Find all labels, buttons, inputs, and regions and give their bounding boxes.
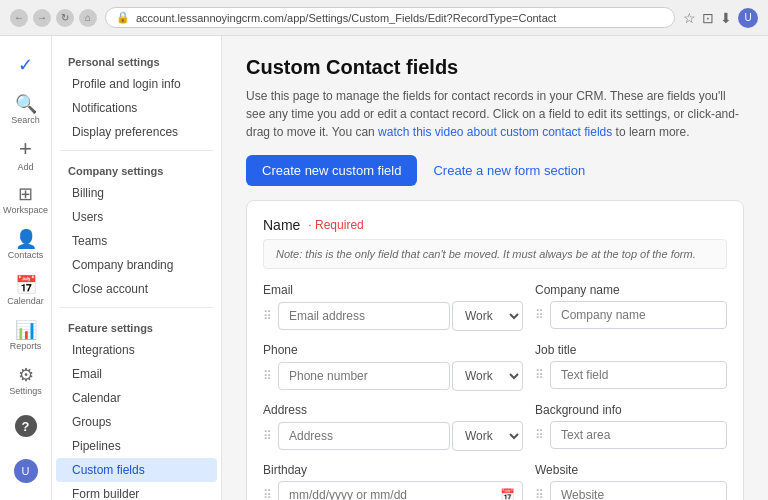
email-label: Email (263, 283, 523, 297)
create-form-section-link[interactable]: Create a new form section (433, 163, 585, 178)
email-input-row: ⠿ Work Home (263, 301, 523, 331)
divider-1 (60, 150, 213, 151)
email-drag-handle[interactable]: ⠿ (263, 309, 272, 323)
background-input-row: ⠿ (535, 421, 727, 449)
nav-item-help[interactable]: ? (4, 406, 48, 447)
icon-nav: ✓ 🔍 Search + Add ⊞ Workspace 👤 Contacts … (0, 36, 52, 500)
search-icon: 🔍 (15, 95, 37, 113)
app-container: ✓ 🔍 Search + Add ⊞ Workspace 👤 Contacts … (0, 36, 768, 500)
phone-drag-handle[interactable]: ⠿ (263, 369, 272, 383)
address-drag-handle[interactable]: ⠿ (263, 429, 272, 443)
home-button[interactable]: ⌂ (79, 9, 97, 27)
nav-label-search: Search (11, 115, 40, 125)
nav-item-checkmark[interactable]: ✓ (4, 44, 48, 85)
sidebar: Personal settings Profile and login info… (52, 36, 222, 500)
sidebar-item-users[interactable]: Users (56, 205, 217, 229)
back-button[interactable]: ← (10, 9, 28, 27)
download-icon[interactable]: ⬇ (720, 10, 732, 26)
website-drag-handle[interactable]: ⠿ (535, 488, 544, 500)
name-required: · Required (308, 218, 363, 232)
create-field-button[interactable]: Create new custom field (246, 155, 417, 186)
website-label: Website (535, 463, 727, 477)
url-text: account.lessannoyingcrm.com/app/Settings… (136, 12, 664, 24)
sidebar-section-feature: Feature settings (52, 314, 221, 338)
nav-label-calendar: Calendar (7, 296, 44, 306)
website-input-row: ⠿ (535, 481, 727, 500)
extension-icon[interactable]: ⊡ (702, 10, 714, 26)
sidebar-item-branding[interactable]: Company branding (56, 253, 217, 277)
phone-input[interactable] (278, 362, 450, 390)
calendar-icon: 📅 (15, 276, 37, 294)
sidebar-item-groups[interactable]: Groups (56, 410, 217, 434)
video-link[interactable]: watch this video about custom contact fi… (378, 125, 612, 139)
background-label: Background info (535, 403, 727, 417)
background-drag-handle[interactable]: ⠿ (535, 428, 544, 442)
browser-bar: ← → ↻ ⌂ 🔒 account.lessannoyingcrm.com/ap… (0, 0, 768, 36)
nav-item-workspace[interactable]: ⊞ Workspace (4, 180, 48, 221)
birthday-calendar-icon: 📅 (500, 488, 515, 500)
phone-label: Phone (263, 343, 523, 357)
phone-type-select[interactable]: Work Home (452, 361, 523, 391)
company-input[interactable] (550, 301, 727, 329)
company-input-row: ⠿ (535, 301, 727, 329)
birthday-drag-handle[interactable]: ⠿ (263, 488, 272, 500)
nav-item-calendar[interactable]: 📅 Calendar (4, 270, 48, 311)
job-input[interactable] (550, 361, 727, 389)
address-type-select[interactable]: Work Home (452, 421, 523, 451)
sidebar-item-pipelines[interactable]: Pipelines (56, 434, 217, 458)
url-bar[interactable]: 🔒 account.lessannoyingcrm.com/app/Settin… (105, 7, 675, 28)
divider-2 (60, 307, 213, 308)
field-group-company: Company name ⠿ (535, 283, 727, 331)
sidebar-item-profile[interactable]: Profile and login info (56, 72, 217, 96)
browser-icons: ☆ ⊡ ⬇ U (683, 8, 758, 28)
settings-icon: ⚙ (18, 366, 34, 384)
profile-icon[interactable]: U (738, 8, 758, 28)
website-input[interactable] (550, 481, 727, 500)
forward-button[interactable]: → (33, 9, 51, 27)
email-type-select[interactable]: Work Home (452, 301, 523, 331)
main-content: Custom Contact fields Use this page to m… (222, 36, 768, 500)
fields-grid: Email ⠿ Work Home Company name ⠿ (263, 283, 727, 500)
sidebar-item-integrations[interactable]: Integrations (56, 338, 217, 362)
nav-label-add: Add (17, 162, 33, 172)
background-input[interactable] (550, 421, 727, 449)
nav-item-user[interactable]: U (4, 451, 48, 492)
nav-label-contacts: Contacts (8, 250, 44, 260)
desc-text-2: to learn more. (616, 125, 690, 139)
page-description: Use this page to manage the fields for c… (246, 87, 744, 141)
sidebar-section-personal: Personal settings (52, 48, 221, 72)
sidebar-item-billing[interactable]: Billing (56, 181, 217, 205)
nav-item-add[interactable]: + Add (4, 134, 48, 175)
nav-item-contacts[interactable]: 👤 Contacts (4, 225, 48, 266)
sidebar-item-display[interactable]: Display preferences (56, 120, 217, 144)
birthday-input[interactable] (278, 481, 523, 500)
user-avatar-icon: U (14, 459, 38, 483)
name-field-note: Note: this is the only field that can't … (263, 239, 727, 269)
nav-label-workspace: Workspace (3, 205, 48, 215)
address-input[interactable] (278, 422, 450, 450)
star-icon[interactable]: ☆ (683, 10, 696, 26)
refresh-button[interactable]: ↻ (56, 9, 74, 27)
job-drag-handle[interactable]: ⠿ (535, 368, 544, 382)
add-icon: + (19, 138, 32, 160)
birthday-label: Birthday (263, 463, 523, 477)
field-group-job: Job title ⠿ (535, 343, 727, 391)
fields-card: Name · Required Note: this is the only f… (246, 200, 744, 500)
sidebar-item-close[interactable]: Close account (56, 277, 217, 301)
sidebar-item-email[interactable]: Email (56, 362, 217, 386)
workspace-icon: ⊞ (18, 185, 33, 203)
nav-item-reports[interactable]: 📊 Reports (4, 315, 48, 356)
page-title: Custom Contact fields (246, 56, 744, 79)
sidebar-item-teams[interactable]: Teams (56, 229, 217, 253)
sidebar-item-custom-fields[interactable]: Custom fields (56, 458, 217, 482)
sidebar-item-form-builder[interactable]: Form builder (56, 482, 217, 500)
nav-label-reports: Reports (10, 341, 42, 351)
nav-item-search[interactable]: 🔍 Search (4, 89, 48, 130)
job-input-row: ⠿ (535, 361, 727, 389)
sidebar-item-calendar[interactable]: Calendar (56, 386, 217, 410)
company-drag-handle[interactable]: ⠿ (535, 308, 544, 322)
email-input[interactable] (278, 302, 450, 330)
sidebar-item-notifications[interactable]: Notifications (56, 96, 217, 120)
field-group-phone: Phone ⠿ Work Home (263, 343, 523, 391)
nav-item-settings[interactable]: ⚙ Settings (4, 360, 48, 401)
